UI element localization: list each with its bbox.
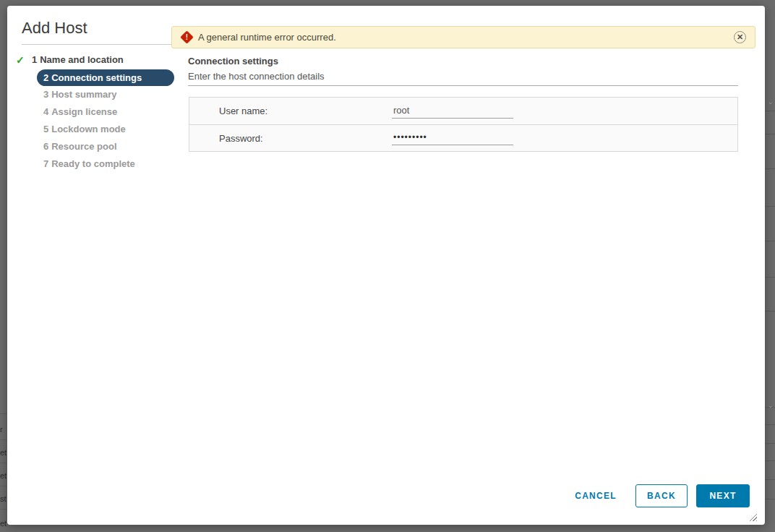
page-subheading: Enter the host connection details [188,71,325,82]
username-row: User name: [189,98,737,124]
wizard-step-ready-to-complete: 7Ready to complete [7,155,188,173]
add-host-dialog: Add Host ✓ 1Name and location 2Connectio… [7,6,765,525]
check-icon: ✓ [16,51,25,69]
error-diamond-icon: ! [180,30,193,43]
wizard-step-resource-pool: 6Resource pool [7,138,188,155]
resize-handle[interactable] [748,512,757,521]
password-row: Password: [189,124,737,151]
error-message: A general runtime error occurred. [198,32,336,43]
wizard-steps: ✓ 1Name and location 2Connection setting… [7,51,188,173]
error-banner: ! A general runtime error occurred. ✕ [171,26,755,48]
wizard-step-host-summary: 3Host summary [7,86,188,103]
background-table-edge-right: ⌄ ⌄ [765,0,775,532]
next-button[interactable]: NEXT [696,484,750,507]
close-icon[interactable]: ✕ [734,31,746,43]
background-chevron-icon: ⌄ [768,402,773,407]
background-chevron-icon: ⌄ [768,98,773,103]
current-step-pill: 2Connection settings [37,69,174,86]
back-button[interactable]: BACK [635,484,688,507]
wizard-step-name-and-location[interactable]: ✓ 1Name and location [7,51,188,69]
wizard-step-assign-license: 4Assign license [7,103,188,121]
wizard-step-connection-settings[interactable]: 2Connection settings [7,69,188,86]
dialog-title: Add Host [22,19,87,38]
wizard-step-lockdown-mode: 5Lockdown mode [7,121,188,138]
cancel-button[interactable]: CANCEL [575,491,617,501]
title-divider [22,44,171,45]
password-input[interactable] [392,131,513,145]
password-label: Password: [189,133,392,144]
wizard-footer: CANCEL BACK NEXT [575,484,750,507]
background-table-edge-left: r et et st et [0,0,7,532]
page-heading: Connection settings [188,56,278,66]
content-divider [188,85,738,86]
username-label: User name: [189,106,392,116]
username-input[interactable] [392,103,513,119]
connection-form: User name: Password: [189,97,738,152]
